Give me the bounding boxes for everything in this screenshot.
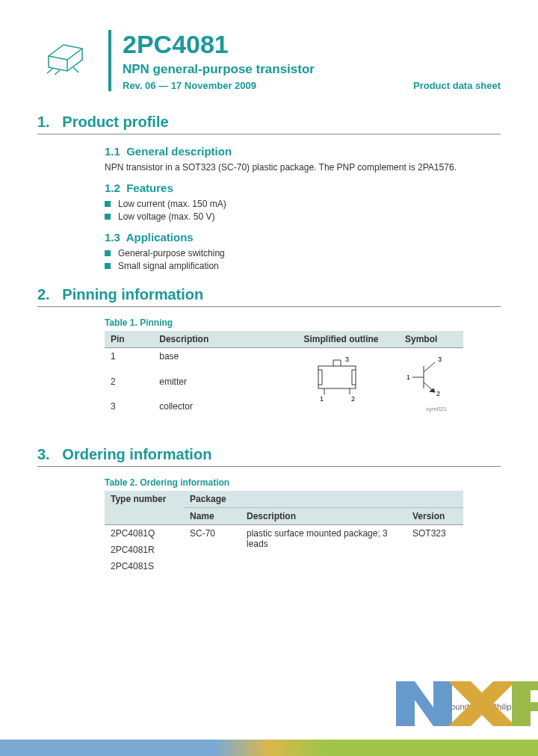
table1-caption: Table 1. Pinning <box>105 317 501 328</box>
section-divider <box>37 306 501 307</box>
svg-text:2: 2 <box>436 390 440 397</box>
product-subtitle: NPN general-purpose transistor <box>123 62 501 77</box>
subsection-1-1-heading: 1.1 General description <box>105 145 501 158</box>
pinning-table: Pin Description Simplified outline Symbo… <box>105 331 463 424</box>
ordering-table: Type number Package Name Description Ver… <box>105 491 463 574</box>
section-2-heading: 2. Pinning information <box>37 286 501 303</box>
features-list: Low current (max. 150 mA) Low voltage (m… <box>105 199 501 222</box>
product-title: 2PC4081 <box>123 30 501 59</box>
th-outline: Simplified outline <box>297 331 399 348</box>
package-drawing-icon <box>37 30 97 82</box>
section-divider <box>37 134 501 134</box>
section-divider <box>37 466 501 467</box>
th-desc: Description <box>241 508 406 525</box>
svg-text:1: 1 <box>320 395 324 403</box>
th-ver: Version <box>406 508 463 525</box>
applications-list: General-purpose switching Small signal a… <box>105 248 501 271</box>
th-pkg: Package <box>184 491 463 508</box>
general-description-text: NPN transistor in a SOT323 (SC-70) plast… <box>105 162 501 173</box>
svg-text:1: 1 <box>406 374 410 381</box>
section-1-heading: 1. Product profile <box>37 114 501 131</box>
svg-text:3: 3 <box>345 356 349 363</box>
table-row: 1 base 3 <box>105 348 463 374</box>
list-item: Low current (max. 150 mA) <box>105 199 501 209</box>
doc-type-label: Product data sheet <box>413 80 501 91</box>
section-3-heading: 3. Ordering information <box>37 446 501 463</box>
th-type: Type number <box>105 491 184 525</box>
svg-text:sym021: sym021 <box>426 406 448 412</box>
table-row: 2PC4081Q SC-70 plastic surface mounted p… <box>105 525 463 542</box>
svg-marker-10 <box>430 388 435 392</box>
th-pin: Pin <box>105 331 153 348</box>
th-name: Name <box>184 508 241 525</box>
subsection-1-2-heading: 1.2 Features <box>105 182 501 194</box>
svg-text:3: 3 <box>438 356 442 363</box>
svg-text:2: 2 <box>351 395 355 403</box>
list-item: Small signal amplification <box>105 261 501 271</box>
list-item: Low voltage (max. 50 V) <box>105 211 501 222</box>
outline-diagram-icon: 3 1 2 <box>303 351 378 411</box>
list-item: General-purpose switching <box>105 248 501 258</box>
header-block: 2PC4081 NPN general-purpose transistor R… <box>37 30 501 91</box>
svg-rect-0 <box>318 366 356 388</box>
subsection-1-3-heading: 1.3 Applications <box>105 231 501 244</box>
revision-text: Rev. 06 — 17 November 2009 <box>123 80 256 91</box>
th-desc: Description <box>153 331 297 348</box>
footer-color-bar <box>0 740 538 756</box>
svg-line-8 <box>424 362 435 372</box>
transistor-symbol-icon: 3 1 2 sym021 <box>405 351 457 418</box>
th-sym: Symbol <box>399 331 463 348</box>
table2-caption: Table 2. Ordering information <box>105 477 501 488</box>
